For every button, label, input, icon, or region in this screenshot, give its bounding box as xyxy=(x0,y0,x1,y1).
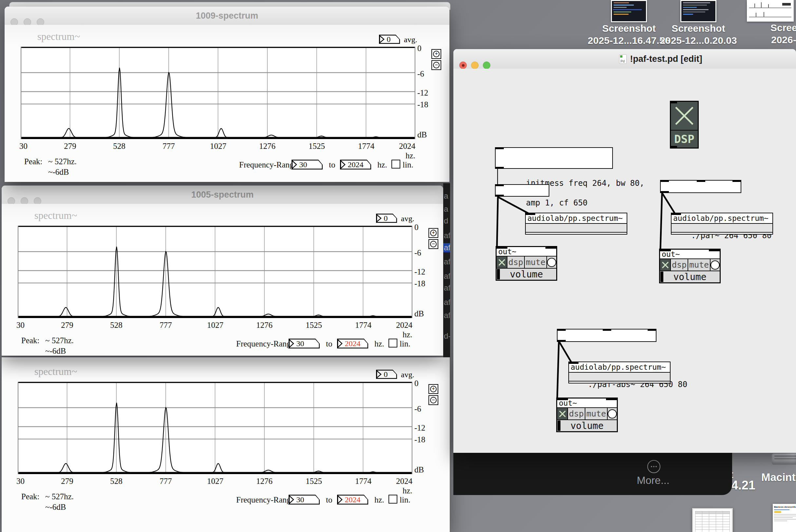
mute-button[interactable]: mute xyxy=(525,256,547,268)
file-list-item[interactable]: a xyxy=(444,191,448,201)
inlet-nub[interactable] xyxy=(603,329,611,331)
zoom-in-button[interactable]: + xyxy=(429,384,438,394)
inlet-nub[interactable] xyxy=(671,213,681,215)
out-abstraction[interactable]: out~ dsp mute volume xyxy=(495,246,557,281)
dsp-cell-label[interactable]: dsp xyxy=(568,408,585,419)
zoom-out-button[interactable]: − xyxy=(431,60,441,70)
inlet-nub[interactable] xyxy=(545,247,557,249)
zoom-in-button[interactable]: + xyxy=(429,228,438,238)
zoom-out-button[interactable]: − xyxy=(429,239,438,249)
inlet-nub[interactable] xyxy=(648,329,656,331)
outlet-nub[interactable] xyxy=(557,340,566,342)
bang-button[interactable] xyxy=(547,256,556,268)
inlet-nub[interactable] xyxy=(495,185,504,186)
ellipsis-circle-icon[interactable] xyxy=(647,460,661,473)
inlet-nub[interactable] xyxy=(697,180,705,182)
file-list-item[interactable]: af xyxy=(444,231,450,240)
inlet-nub[interactable] xyxy=(661,180,669,182)
zoom-in-button[interactable]: + xyxy=(431,49,441,59)
avg-numberbox[interactable]: 0 xyxy=(379,35,400,44)
dsp-cell-label[interactable]: dsp xyxy=(507,256,525,268)
inlet-nub[interactable] xyxy=(496,247,507,249)
desktop-icon-screenshot-2[interactable]: Screenshot 2025-12...0.20.03 xyxy=(649,0,747,46)
bang-circle-icon[interactable] xyxy=(710,261,720,270)
linear-scale-checkbox[interactable] xyxy=(388,495,397,504)
file-list-item[interactable]: d- xyxy=(444,331,450,341)
avg-numberbox[interactable]: 0 xyxy=(376,214,397,223)
file-list-item[interactable]: af xyxy=(444,283,450,292)
mute-button[interactable]: mute xyxy=(688,259,710,271)
macintosh-hd-label[interactable]: Macinto xyxy=(761,471,796,483)
volume-slider-knob[interactable] xyxy=(497,269,500,280)
inlet-nub[interactable] xyxy=(606,398,617,400)
inlet-nub[interactable] xyxy=(709,249,720,251)
inlet-nub[interactable] xyxy=(495,148,504,149)
out-abstraction[interactable]: out~ dsp mute volume xyxy=(659,249,721,283)
inlet-nub[interactable] xyxy=(569,362,578,364)
volume-slider-knob[interactable] xyxy=(661,271,663,282)
window-titlebar[interactable]: !paf-test.pd [edit] xyxy=(453,49,796,69)
range-to-numberbox[interactable]: 2024 xyxy=(337,339,368,348)
file-list-item[interactable]: d xyxy=(444,216,448,225)
zoom-button[interactable] xyxy=(483,61,490,69)
table-document-thumbnail[interactable] xyxy=(692,508,733,532)
spectrum-abstraction[interactable]: audiolab/pp.spectrum~ xyxy=(525,213,627,234)
close-button[interactable] xyxy=(459,61,467,69)
avg-numberbox[interactable]: 0 xyxy=(376,370,397,379)
bang-button[interactable] xyxy=(710,259,720,271)
range-from-numberbox[interactable]: 30 xyxy=(292,160,323,170)
hard-drive-icon[interactable] xyxy=(772,454,796,464)
range-from-numberbox[interactable]: 30 xyxy=(289,339,320,348)
mute-button[interactable]: mute xyxy=(585,408,608,419)
minimize-button[interactable] xyxy=(471,61,478,69)
bang-button[interactable] xyxy=(608,408,617,419)
file-list-item[interactable]: af xyxy=(444,257,450,266)
dsp-toggle-x-icon[interactable] xyxy=(671,102,698,131)
file-list-item[interactable]: af xyxy=(443,243,450,252)
inlet-nub[interactable] xyxy=(557,329,566,331)
file-list-item[interactable]: af xyxy=(444,311,450,320)
volume-slider-knob[interactable] xyxy=(558,420,560,431)
initmess-object[interactable]: initmess freq 264, bw 80, amp 1, cf 650 xyxy=(495,147,613,169)
range-to-numberbox[interactable]: 2024 xyxy=(337,495,368,505)
volume-slider[interactable]: volume xyxy=(557,419,617,431)
zoom-out-button[interactable]: − xyxy=(429,395,438,405)
pd-canvas[interactable]: DSP initmess freq 264, bw 80, amp 1, cf … xyxy=(453,69,796,453)
bang-circle-icon[interactable] xyxy=(608,409,617,418)
spectrum-abstraction[interactable]: audiolab/pp.spectrum~ xyxy=(671,213,773,234)
file-list-item[interactable]: af xyxy=(444,298,450,307)
range-to-numberbox[interactable]: 2024 xyxy=(340,160,371,170)
dsp-toggle[interactable]: DSP xyxy=(670,101,699,149)
peak-level-value: ~-6dB xyxy=(45,502,66,512)
linear-scale-checkbox[interactable] xyxy=(392,160,400,169)
spectrum-abstraction[interactable]: audiolab/pp.spectrum~ xyxy=(568,362,671,383)
inlet-nub[interactable] xyxy=(525,213,535,215)
paf-abs-object[interactable]: ./paf-abs~ 264 650 80 xyxy=(557,329,656,342)
bancos-document-thumbnail[interactable]: Bancos desconfortáv xyxy=(773,504,796,532)
window-title: 1005-spectrum xyxy=(2,186,443,204)
outlet-nub[interactable] xyxy=(495,195,504,196)
dsp-cell-label[interactable]: dsp xyxy=(671,259,688,271)
inlet-nub[interactable] xyxy=(660,249,671,251)
dsp-checkbox[interactable] xyxy=(496,256,507,268)
more-button[interactable]: More... xyxy=(637,474,670,487)
inlet-nub[interactable] xyxy=(557,398,568,400)
outlet-nub[interactable] xyxy=(661,191,669,193)
volume-slider[interactable]: volume xyxy=(660,271,720,282)
volume-slider[interactable]: volume xyxy=(496,268,556,280)
window-titlebar[interactable]: 1009-spectrum xyxy=(5,6,449,25)
bang-circle-icon[interactable] xyxy=(547,258,556,267)
window-titlebar[interactable]: 1005-spectrum xyxy=(2,186,443,204)
oldpaf-object[interactable]: oldpaf/paf~ xyxy=(495,184,549,197)
range-from-numberbox[interactable]: 30 xyxy=(289,495,320,505)
paf-object[interactable]: ./paf~ 264 650 80 xyxy=(660,180,741,193)
out-abstraction[interactable]: out~ dsp mute volume xyxy=(556,398,618,432)
file-list-item[interactable]: a xyxy=(444,205,448,214)
inlet-nub[interactable] xyxy=(732,180,741,182)
file-list-item[interactable]: af xyxy=(444,271,450,281)
desktop-icon-screenshot-3[interactable]: Screen 2026-01... xyxy=(747,0,796,46)
dsp-checkbox[interactable] xyxy=(660,259,671,271)
dsp-checkbox[interactable] xyxy=(557,408,568,419)
outlet-nub[interactable] xyxy=(495,167,504,169)
linear-scale-checkbox[interactable] xyxy=(388,339,397,347)
